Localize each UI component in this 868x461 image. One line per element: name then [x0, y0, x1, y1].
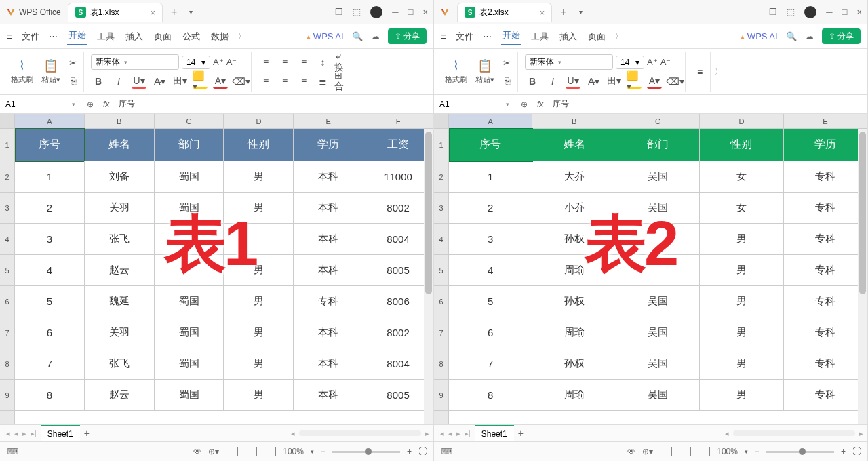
close-window-icon[interactable]: ×	[422, 7, 428, 17]
new-tab-button[interactable]: +	[167, 6, 181, 18]
data-cell[interactable]: 本科	[294, 224, 363, 255]
menu-page[interactable]: 页面	[153, 29, 173, 44]
menu-tools[interactable]: 工具	[530, 29, 550, 44]
data-cell[interactable]: 8006	[363, 286, 433, 317]
column-header[interactable]: D	[700, 114, 783, 128]
data-cell[interactable]: 专科	[784, 317, 867, 348]
row-header[interactable]: 3	[434, 193, 448, 224]
merge-cells-icon[interactable]: ⊞合	[334, 74, 349, 89]
font-select[interactable]: 新宋体▾	[91, 54, 179, 70]
header-cell[interactable]: 序号	[449, 129, 532, 161]
menu-start[interactable]: 开始	[67, 28, 87, 45]
paste-button[interactable]: 📋粘贴▾	[39, 57, 63, 86]
italic-icon[interactable]: I	[111, 74, 126, 89]
header-cell[interactable]: 部门	[155, 129, 224, 161]
data-cell[interactable]: 专科	[294, 286, 363, 317]
data-cell[interactable]: 3	[449, 224, 532, 255]
data-cell[interactable]: 2	[449, 193, 532, 224]
sheet-nav-last-icon[interactable]: ▸|	[31, 429, 37, 438]
menu-file[interactable]: 文件	[454, 29, 475, 44]
data-cell[interactable]: 8004	[363, 224, 433, 255]
zoom-level[interactable]: 100%	[283, 447, 304, 456]
row-header[interactable]: 7	[434, 317, 448, 348]
add-sheet-icon[interactable]: +	[84, 428, 90, 439]
fullscreen-icon[interactable]: ⛶	[418, 447, 427, 456]
data-cell[interactable]: 男	[224, 348, 294, 380]
data-cell[interactable]: 4	[15, 255, 85, 286]
data-cell[interactable]: 本科	[294, 255, 363, 286]
fullscreen-icon[interactable]: ⛶	[852, 447, 861, 456]
sheet-nav-last-icon[interactable]: ▸|	[465, 429, 471, 438]
minimize-icon[interactable]: ─	[392, 7, 398, 17]
data-cell[interactable]: 男	[700, 286, 783, 317]
h-scroll-right-icon[interactable]: ▸	[425, 429, 429, 438]
close-tab-icon[interactable]: ×	[150, 7, 155, 18]
column-header[interactable]: D	[224, 114, 294, 128]
data-cell[interactable]: 专科	[784, 193, 867, 224]
data-cell[interactable]: 本科	[294, 380, 363, 411]
menu-formula[interactable]: 公式	[181, 29, 201, 44]
eye-icon[interactable]: 👁	[193, 447, 201, 456]
font-size-select[interactable]: 14▾	[616, 56, 644, 69]
font-color-icon[interactable]: A▾	[647, 74, 662, 89]
data-cell[interactable]: 男	[224, 161, 294, 193]
data-cell[interactable]: 8005	[363, 380, 433, 411]
data-cell[interactable]: 1	[449, 161, 532, 193]
header-cell[interactable]: 部门	[616, 129, 700, 161]
row-header[interactable]: 4	[434, 224, 448, 255]
zoom-out-icon[interactable]: −	[321, 447, 326, 456]
row-header[interactable]: 5	[0, 255, 14, 286]
zoom-slider[interactable]	[766, 451, 834, 453]
h-scroll-right-icon[interactable]: ▸	[859, 429, 863, 438]
sheet-nav-next-icon[interactable]: ▸	[456, 429, 460, 438]
avatar-icon[interactable]	[804, 6, 816, 18]
data-cell[interactable]: 关羽	[85, 317, 155, 348]
data-cell[interactable]: 4	[449, 255, 532, 286]
menu-data[interactable]: 数据	[210, 29, 230, 44]
new-tab-button[interactable]: +	[556, 6, 570, 18]
copy-window-icon[interactable]: ❐	[769, 7, 777, 17]
data-cell[interactable]: 蜀国	[155, 161, 224, 193]
data-cell[interactable]: 关羽	[85, 193, 155, 224]
menu-more-icon[interactable]: ⋯	[483, 31, 493, 41]
minimize-icon[interactable]: ─	[826, 7, 832, 17]
horizontal-scrollbar[interactable]	[733, 430, 855, 436]
zoom-slider[interactable]	[332, 451, 400, 453]
formula-input[interactable]: 序号	[113, 98, 433, 110]
data-cell[interactable]: 8002	[363, 193, 433, 224]
avatar-icon[interactable]	[370, 6, 382, 18]
data-cell[interactable]	[616, 255, 700, 286]
header-cell[interactable]: 学历	[294, 129, 363, 161]
data-cell[interactable]: 周瑜	[532, 380, 616, 411]
align-right-icon[interactable]: ≡	[296, 74, 311, 89]
data-cell[interactable]: 本科	[294, 317, 363, 348]
sheet-nav-prev-icon[interactable]: ◂	[14, 429, 18, 438]
clear-format-icon[interactable]: ⌫▾	[667, 74, 682, 89]
copy-icon[interactable]: ⎘	[500, 73, 515, 88]
clear-format-icon[interactable]: ⌫▾	[233, 74, 248, 89]
data-cell[interactable]: 吴国	[616, 348, 700, 380]
data-cell[interactable]: 吴国	[616, 286, 700, 317]
underline-icon[interactable]: U▾	[132, 74, 146, 89]
data-cell[interactable]: 3	[15, 224, 85, 255]
data-cell[interactable]: 本科	[294, 193, 363, 224]
document-tab[interactable]: S 表2.xlsx ×	[457, 3, 552, 22]
align-left-icon[interactable]: ≡	[258, 74, 273, 89]
row-header[interactable]: 4	[0, 224, 14, 255]
data-cell[interactable]: 蜀国	[155, 286, 224, 317]
menu-overflow-icon[interactable]: 〉	[615, 31, 623, 41]
data-cell[interactable]: 男	[224, 317, 294, 348]
border-icon[interactable]: 田▾	[606, 74, 621, 89]
h-scroll-left-icon[interactable]: ◂	[291, 429, 295, 438]
sheet-nav-next-icon[interactable]: ▸	[22, 429, 26, 438]
data-cell[interactable]: 7	[15, 348, 85, 380]
maximize-icon[interactable]: □	[842, 7, 848, 17]
horizontal-scrollbar[interactable]	[299, 430, 421, 436]
data-cell[interactable]: 吴国	[616, 161, 700, 193]
menu-overflow-icon[interactable]: 〉	[238, 31, 245, 41]
data-cell[interactable]: 周瑜	[532, 255, 616, 286]
column-header[interactable]: E	[784, 114, 867, 128]
font-increase-icon[interactable]: A⁺	[647, 57, 658, 67]
view-break-icon[interactable]	[698, 447, 710, 456]
data-cell[interactable]: 蜀国	[155, 380, 224, 411]
